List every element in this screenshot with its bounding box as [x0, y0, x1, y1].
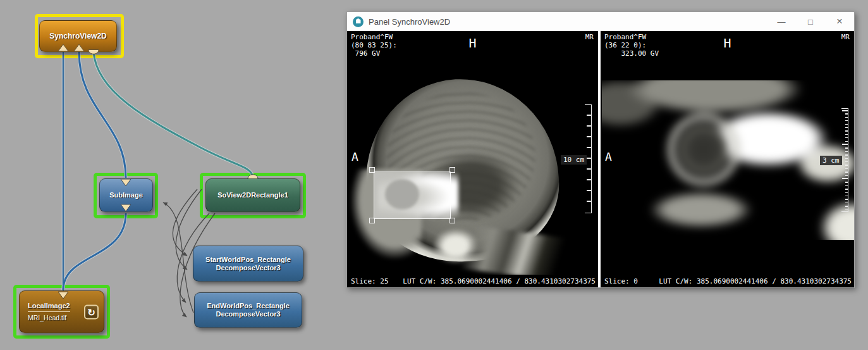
close-button[interactable]: ×: [825, 12, 854, 31]
connection-synchroview2d-soview2drectangle1[interactable]: [94, 52, 253, 177]
node-label: SubImage: [109, 191, 143, 199]
orientation-label-anterior: A: [605, 153, 612, 161]
edge-halo: [63, 213, 126, 290]
viewer-statusbar: Slice: 0 LUT C/W: 385.0690002441406 / 83…: [601, 275, 854, 287]
viewport-overview[interactable]: Proband^FW (80 83 25): 796 GV H MR A 10 …: [347, 31, 598, 287]
node-label: SynchroView2D: [49, 32, 106, 41]
node-label: LocalImage2: [28, 302, 70, 312]
scale-label: 10 cm: [561, 155, 587, 165]
node-label-line2: DecomposeVector3: [216, 264, 280, 272]
roi-handle-top-left[interactable]: [369, 167, 375, 173]
modality-label: MR: [585, 33, 594, 41]
mri-zoomed-image: [602, 80, 854, 240]
viewport-zoomed[interactable]: Proband^FW (36 22 0): 323.00 GV H MR A 3…: [601, 31, 854, 287]
lut-indicator: LUT C/W: 385.0690002441406 / 830.4310302…: [659, 277, 852, 285]
roi-handle-bottom-left[interactable]: [369, 218, 375, 223]
viewer-statusbar: Slice: 25 LUT C/W: 385.0690002441406 / 8…: [347, 275, 598, 287]
input-connector-subimage[interactable]: [120, 204, 131, 212]
viewer-content: Proband^FW (80 83 25): 796 GV H MR A 10 …: [347, 31, 854, 287]
node-label: SoView2DRectangle1: [217, 191, 288, 199]
param-connection-to-startworldpos-1[interactable]: [173, 189, 197, 256]
orientation-label-head: H: [347, 36, 598, 50]
roi-handle-top-right[interactable]: [449, 167, 455, 173]
orientation-label-anterior: A: [351, 153, 358, 161]
slice-indicator: Slice: 25: [351, 277, 389, 285]
window-title: Panel SynchroView2D: [369, 17, 450, 27]
node-filename: MRI_Head.tif: [28, 314, 66, 322]
output-connector-localimage2[interactable]: [58, 291, 69, 299]
input-connector-synchroview2d-1[interactable]: [58, 44, 69, 52]
maximize-button[interactable]: □: [796, 12, 825, 31]
roi-handle-bottom-right[interactable]: [449, 218, 455, 223]
node-label-line2: DecomposeVector3: [216, 310, 280, 318]
node-soview2drectangle1[interactable]: SoView2DRectangle1: [205, 178, 300, 212]
input-connector-synchroview2d-3[interactable]: [88, 49, 99, 56]
desktop: { "graph": { "nodes": { "synchroview2d":…: [0, 0, 868, 350]
rectangle-roi[interactable]: [374, 172, 451, 219]
panel-window: Panel SynchroView2D — □ ×: [346, 11, 855, 288]
orientation-label-head: H: [601, 36, 854, 50]
node-label-line1: EndWorldPos_Rectangle: [207, 302, 290, 310]
connection-synchroview2d-subimage[interactable]: [79, 52, 126, 178]
app-icon: [353, 16, 364, 27]
modality-label: MR: [841, 33, 850, 41]
slice-indicator: Slice: 0: [604, 277, 638, 285]
connection-subimage-localimage2[interactable]: [63, 213, 126, 290]
input-connector-synchroview2d-2[interactable]: [73, 44, 85, 52]
node-label-line1: StartWorldPos_Rectangle: [205, 256, 291, 264]
node-endworldpos-decomposevector3[interactable]: EndWorldPos_Rectangle DecomposeVector3: [194, 292, 302, 328]
edge-halo: [94, 52, 253, 177]
minimize-button[interactable]: —: [767, 12, 796, 31]
lut-indicator: LUT C/W: 385.0690002441406 / 830.4310302…: [403, 277, 596, 285]
window-titlebar[interactable]: Panel SynchroView2D — □ ×: [347, 12, 854, 31]
node-startworldpos-decomposevector3[interactable]: StartWorldPos_Rectangle DecomposeVector3: [193, 246, 303, 282]
scale-label: 3 cm: [820, 156, 842, 165]
output-connector-subimage[interactable]: [120, 178, 131, 187]
scale-ruler: [841, 108, 848, 212]
output-connector-soview2drectangle1[interactable]: [247, 173, 259, 179]
reload-icon[interactable]: ↻: [84, 304, 99, 319]
